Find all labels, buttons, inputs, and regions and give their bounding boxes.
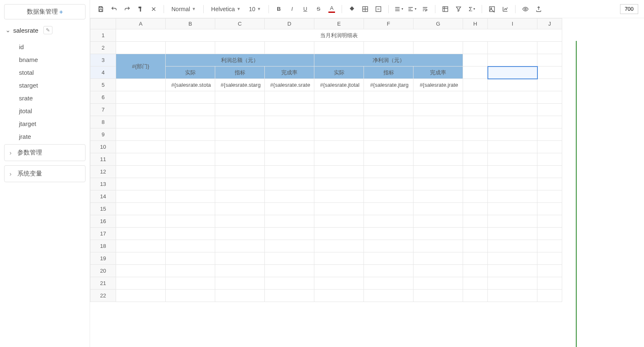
cell[interactable] xyxy=(265,104,314,116)
row-header[interactable]: 14 xyxy=(90,190,116,203)
cell[interactable] xyxy=(537,67,562,79)
cell[interactable] xyxy=(314,42,364,54)
cell[interactable] xyxy=(166,277,215,290)
col-header[interactable]: C xyxy=(215,19,265,29)
cell[interactable] xyxy=(463,215,488,228)
cell[interactable] xyxy=(463,153,488,166)
cell[interactable] xyxy=(215,203,265,215)
cell[interactable] xyxy=(166,104,215,116)
cell[interactable] xyxy=(463,128,488,141)
cell[interactable] xyxy=(537,215,562,228)
col-header[interactable]: A xyxy=(116,19,166,29)
cell[interactable] xyxy=(265,252,314,265)
sub-header-target[interactable]: 指标 xyxy=(364,67,413,79)
cell[interactable] xyxy=(166,240,215,252)
cell[interactable] xyxy=(314,252,364,265)
cell[interactable] xyxy=(166,166,215,178)
field-item[interactable]: id xyxy=(19,43,86,50)
cell[interactable] xyxy=(364,203,413,215)
cell[interactable] xyxy=(413,91,463,104)
cell[interactable] xyxy=(463,228,488,240)
cell[interactable] xyxy=(166,203,215,215)
export-icon[interactable] xyxy=(534,4,544,14)
cell[interactable] xyxy=(364,190,413,203)
cell[interactable] xyxy=(463,116,488,128)
cell[interactable] xyxy=(265,290,314,302)
row-header[interactable]: 16 xyxy=(90,215,116,228)
cell[interactable] xyxy=(537,190,562,203)
row-header[interactable]: 17 xyxy=(90,228,116,240)
cell[interactable] xyxy=(265,166,314,178)
cell[interactable] xyxy=(116,153,166,166)
corner-cell[interactable] xyxy=(90,19,116,29)
strike-icon[interactable]: S xyxy=(314,4,323,14)
cell[interactable] xyxy=(413,128,463,141)
cell[interactable] xyxy=(488,190,537,203)
cell[interactable] xyxy=(314,128,364,141)
cell[interactable] xyxy=(166,91,215,104)
cell[interactable] xyxy=(265,240,314,252)
cell[interactable] xyxy=(215,240,265,252)
cell[interactable] xyxy=(537,141,562,153)
row-header[interactable]: 19 xyxy=(90,252,116,265)
format-painter-icon[interactable] xyxy=(135,4,145,14)
cell[interactable] xyxy=(463,79,488,91)
cell[interactable] xyxy=(215,252,265,265)
selected-cell[interactable] xyxy=(488,67,537,79)
cell[interactable] xyxy=(488,277,537,290)
cell[interactable] xyxy=(314,265,364,277)
cell[interactable] xyxy=(413,290,463,302)
preview-icon[interactable] xyxy=(520,4,530,14)
cell[interactable] xyxy=(413,215,463,228)
cell[interactable] xyxy=(488,228,537,240)
cell[interactable] xyxy=(488,79,537,91)
row-header[interactable]: 13 xyxy=(90,178,116,190)
cell[interactable] xyxy=(364,128,413,141)
cell[interactable] xyxy=(215,116,265,128)
col-header[interactable]: G xyxy=(413,19,463,29)
align-h-icon[interactable]: ▾ xyxy=(394,4,404,14)
cell[interactable] xyxy=(463,277,488,290)
cell[interactable] xyxy=(116,215,166,228)
col-header[interactable]: I xyxy=(488,19,537,29)
cell[interactable] xyxy=(166,178,215,190)
field-item[interactable]: jrate xyxy=(19,133,86,140)
cell[interactable] xyxy=(488,178,537,190)
sub-header-rate[interactable]: 完成率 xyxy=(413,67,463,79)
bold-icon[interactable]: B xyxy=(274,4,284,14)
cell[interactable] xyxy=(488,166,537,178)
cell[interactable] xyxy=(265,42,314,54)
cell[interactable] xyxy=(314,104,364,116)
cell[interactable] xyxy=(116,178,166,190)
cell[interactable] xyxy=(116,240,166,252)
cell[interactable] xyxy=(463,203,488,215)
row-header[interactable]: 5 xyxy=(90,79,116,91)
cell[interactable] xyxy=(463,104,488,116)
cell[interactable] xyxy=(488,141,537,153)
cell[interactable] xyxy=(116,116,166,128)
cell[interactable] xyxy=(265,265,314,277)
row-header[interactable]: 3 xyxy=(90,54,116,67)
cell[interactable] xyxy=(314,277,364,290)
cell[interactable] xyxy=(166,141,215,153)
cell[interactable] xyxy=(463,141,488,153)
cell[interactable] xyxy=(364,228,413,240)
cell[interactable] xyxy=(537,79,562,91)
clear-format-icon[interactable] xyxy=(149,4,159,14)
cell[interactable] xyxy=(215,190,265,203)
cell[interactable] xyxy=(314,141,364,153)
cell[interactable] xyxy=(215,290,265,302)
cell[interactable] xyxy=(116,141,166,153)
cell[interactable] xyxy=(537,290,562,302)
underline-icon[interactable]: U xyxy=(300,4,310,14)
cell[interactable] xyxy=(537,116,562,128)
row-header[interactable]: 9 xyxy=(90,128,116,141)
freeze-icon[interactable] xyxy=(440,4,450,14)
row-header[interactable]: 4 xyxy=(90,67,116,79)
sub-header-actual[interactable]: 实际 xyxy=(166,67,215,79)
format-select[interactable]: Normal▼ xyxy=(169,5,198,13)
cell[interactable] xyxy=(488,91,537,104)
cell[interactable] xyxy=(265,116,314,128)
cell[interactable] xyxy=(166,290,215,302)
cell[interactable] xyxy=(413,252,463,265)
